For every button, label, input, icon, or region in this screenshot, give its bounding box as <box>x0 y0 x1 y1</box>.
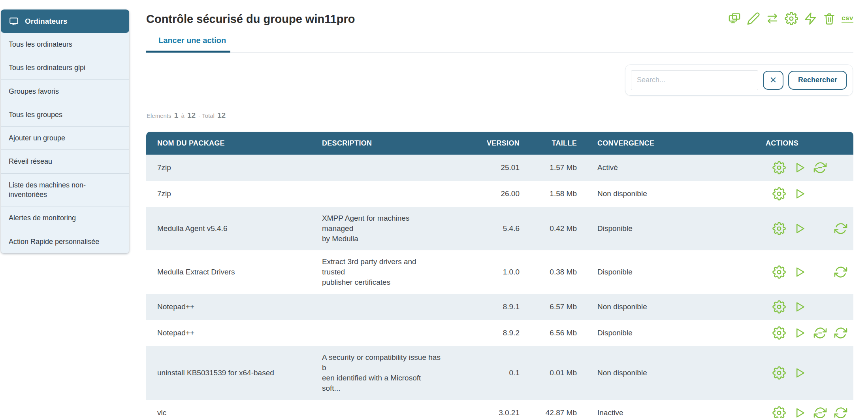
gear-icon[interactable] <box>772 406 786 418</box>
sidebar-item-6[interactable]: Liste des machines non-inventoriées <box>1 173 129 206</box>
search-panel: ✕ Rechercher <box>625 64 853 96</box>
table-row: 7zip 26.00 1.58 Mb Non disponible <box>146 181 853 207</box>
package-size: 0.38 Mb <box>520 267 577 277</box>
table-row: uninstall KB5031539 for x64-based A secu… <box>146 346 853 400</box>
package-version: 8.9.1 <box>441 302 520 312</box>
package-name: Medulla Agent v5.4.6 <box>146 223 322 234</box>
table-row: 7zip 25.01 1.57 Mb Activé <box>146 155 853 181</box>
convergence-status: Disponible <box>577 328 763 338</box>
package-size: 6.56 Mb <box>520 328 577 338</box>
sidebar-item-5[interactable]: Réveil réseau <box>1 149 129 173</box>
convergence-status: Inactive <box>577 408 763 418</box>
convergence-status: Disponible <box>577 223 763 234</box>
pagination-summary: Elements 1 à 12 - Total 12 <box>147 111 227 120</box>
transfer-arrows-icon[interactable] <box>766 12 779 25</box>
gear-icon[interactable] <box>785 12 798 25</box>
clear-search-button[interactable]: ✕ <box>763 71 783 90</box>
page-title: Contrôle sécurisé du groupe win11pro <box>146 13 355 26</box>
search-submit-button[interactable]: Rechercher <box>788 71 847 90</box>
package-size: 6.57 Mb <box>520 302 577 312</box>
row-actions <box>763 326 853 340</box>
sync-minus-icon[interactable] <box>813 406 827 418</box>
gear-icon[interactable] <box>772 326 786 340</box>
sync-minus-icon[interactable] <box>813 161 827 174</box>
play-icon[interactable] <box>793 326 806 340</box>
column-header-description: DESCRIPTION <box>322 139 441 148</box>
computers-icon[interactable] <box>728 12 741 25</box>
gear-icon[interactable] <box>772 187 786 200</box>
package-version: 8.9.2 <box>441 328 520 338</box>
package-table: NOM DU PACKAGEDESCRIPTIONVERSIONTAILLECO… <box>146 132 853 418</box>
pagination-from: 1 <box>174 111 179 119</box>
sync-icon[interactable] <box>834 265 847 279</box>
row-actions <box>763 161 853 174</box>
column-header-taille: TAILLE <box>520 139 577 148</box>
row-actions <box>763 265 853 279</box>
gear-icon[interactable] <box>772 366 786 380</box>
csv-export-button[interactable]: csv <box>842 15 853 23</box>
play-icon[interactable] <box>793 406 806 418</box>
pencil-icon[interactable] <box>747 12 760 25</box>
tab-lancer-une-action[interactable]: Lancer une action <box>158 36 226 45</box>
sidebar-item-7[interactable]: Alertes de monitoring <box>1 206 129 229</box>
gear-icon[interactable] <box>772 265 786 279</box>
package-size: 0.01 Mb <box>520 368 577 378</box>
sync-icon[interactable] <box>834 406 847 418</box>
search-input[interactable] <box>631 70 758 90</box>
package-version: 5.4.6 <box>441 223 520 234</box>
sidebar-header: Ordinateurs <box>1 9 129 33</box>
play-icon[interactable] <box>793 161 806 174</box>
gear-icon[interactable] <box>772 300 786 314</box>
sync-icon[interactable] <box>834 222 847 235</box>
package-size: 1.57 Mb <box>520 163 577 173</box>
column-header-nom-du-package: NOM DU PACKAGE <box>146 139 322 148</box>
play-icon[interactable] <box>793 222 806 235</box>
convergence-status: Disponible <box>577 267 763 277</box>
table-row: Notepad++ 8.9.1 6.57 Mb Non disponible <box>146 294 853 320</box>
trash-icon[interactable] <box>823 12 836 25</box>
pagination-to: 12 <box>187 111 196 119</box>
table-row: Medulla Extract Drivers Extract 3rd part… <box>146 250 853 294</box>
package-size: 1.58 Mb <box>520 189 577 199</box>
pagination-to-word: à <box>181 112 184 119</box>
sync-icon[interactable] <box>834 326 847 340</box>
lightning-icon[interactable] <box>804 12 817 25</box>
package-description: XMPP Agent for machines managed by Medul… <box>322 213 441 244</box>
play-icon[interactable] <box>793 366 806 380</box>
package-version: 3.0.21 <box>441 408 520 418</box>
sidebar-item-0[interactable]: Tous les ordinateurs <box>1 33 129 56</box>
gear-icon[interactable] <box>772 161 786 174</box>
table-header: NOM DU PACKAGEDESCRIPTIONVERSIONTAILLECO… <box>146 132 853 155</box>
pagination-total-label: - Total <box>198 112 215 119</box>
sidebar-item-4[interactable]: Ajouter un groupe <box>1 126 129 149</box>
package-description: A security or compatibility issue has b … <box>322 352 441 393</box>
toolbar: csv <box>728 12 853 25</box>
sidebar-item-3[interactable]: Tous les groupes <box>1 103 129 126</box>
pagination-total: 12 <box>217 111 226 119</box>
pagination-label: Elements <box>147 112 171 119</box>
row-actions <box>763 300 853 314</box>
sidebar: Ordinateurs Tous les ordinateursTous les… <box>1 9 129 253</box>
gear-icon[interactable] <box>772 222 786 235</box>
package-version: 0.1 <box>441 368 520 378</box>
package-name: Notepad++ <box>146 302 322 312</box>
column-header-convergence: CONVERGENCE <box>577 139 763 148</box>
play-icon[interactable] <box>793 265 806 279</box>
table-row: Notepad++ 8.9.2 6.56 Mb Disponible <box>146 320 853 346</box>
tabbar-divider <box>146 52 853 53</box>
table-row: vlc 3.0.21 42.87 Mb Inactive <box>146 400 853 418</box>
row-actions <box>763 222 853 235</box>
sidebar-item-8[interactable]: Action Rapide personnalisée <box>1 230 129 253</box>
sidebar-header-label: Ordinateurs <box>25 17 68 26</box>
table-row: Medulla Agent v5.4.6 XMPP Agent for mach… <box>146 207 853 250</box>
column-header-version: VERSION <box>441 139 520 148</box>
package-name: Notepad++ <box>146 328 322 338</box>
sidebar-item-2[interactable]: Groupes favoris <box>1 79 129 103</box>
play-icon[interactable] <box>793 300 806 314</box>
sidebar-item-1[interactable]: Tous les ordinateurs glpi <box>1 56 129 79</box>
sync-minus-icon[interactable] <box>813 326 827 340</box>
convergence-status: Activé <box>577 163 763 173</box>
package-name: 7zip <box>146 189 322 199</box>
play-icon[interactable] <box>793 187 806 200</box>
row-actions <box>763 366 853 380</box>
